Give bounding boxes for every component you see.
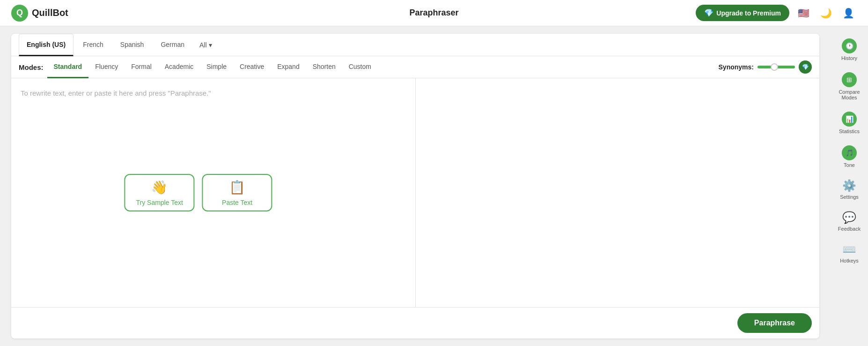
upgrade-button[interactable]: 💎 Upgrade to Premium — [696, 5, 789, 21]
sidebar-item-compare[interactable]: ⊞ Compare Modes — [832, 68, 866, 105]
tone-icon: 🎵 — [842, 145, 857, 160]
sidebar-hotkeys-label: Hotkeys — [840, 258, 859, 263]
right-sidebar: 🕐 History ⊞ Compare Modes 📊 Statistics 🎵… — [831, 26, 868, 346]
synonyms-control: Synonyms: 💎 — [719, 60, 812, 74]
tone-icon-wrap: 🎵 — [842, 145, 857, 160]
sidebar-history-label: History — [841, 55, 857, 61]
sidebar-item-statistics[interactable]: 📊 Statistics — [832, 107, 866, 139]
hotkeys-icon: ⌨️ — [842, 243, 856, 256]
paraphraser-card: English (US) French Spanish German All ▾… — [11, 34, 819, 338]
statistics-icon: 📊 — [842, 112, 857, 127]
mode-tabs: Modes: Standard Fluency Formal Academic … — [11, 56, 819, 78]
mode-shorten[interactable]: Shorten — [306, 56, 342, 78]
mode-fluency[interactable]: Fluency — [88, 56, 125, 78]
logo-area: Q QuillBot — [11, 5, 68, 22]
lang-all-dropdown[interactable]: All ▾ — [194, 38, 218, 53]
mode-simple[interactable]: Simple — [200, 56, 233, 78]
upgrade-label: Upgrade to Premium — [716, 9, 781, 17]
settings-icon: ⚙️ — [842, 179, 856, 192]
sidebar-settings-label: Settings — [840, 194, 859, 200]
lang-tab-spanish[interactable]: Spanish — [113, 34, 152, 56]
synonyms-label: Synonyms: — [719, 63, 754, 71]
history-icon-wrap: 🕐 — [842, 38, 857, 53]
sidebar-compare-label: Compare Modes — [836, 89, 862, 100]
modes-label: Modes: — [19, 57, 44, 78]
mode-academic[interactable]: Academic — [158, 56, 200, 78]
compare-modes-icon: ⊞ — [842, 72, 857, 87]
clipboard-icon: 📋 — [229, 180, 245, 195]
wave-icon: 👋 — [151, 180, 168, 195]
chevron-down-icon: ▾ — [209, 41, 212, 49]
sidebar-statistics-label: Statistics — [839, 128, 860, 134]
history-icon: 🕐 — [842, 38, 857, 53]
try-sample-button[interactable]: 👋 Try Sample Text — [125, 174, 195, 211]
sidebar-item-feedback[interactable]: 💬 Feedback — [832, 206, 866, 236]
lang-tab-english[interactable]: English (US) — [19, 34, 74, 56]
synonyms-max-icon: 💎 — [799, 60, 812, 74]
all-label: All — [199, 41, 207, 49]
mode-standard[interactable]: Standard — [47, 56, 89, 78]
action-buttons: 👋 Try Sample Text 📋 Paste Text — [125, 174, 272, 211]
lang-tab-german[interactable]: German — [153, 34, 192, 56]
statistics-icon-wrap: 📊 — [842, 112, 857, 127]
sidebar-item-settings[interactable]: ⚙️ Settings — [832, 174, 866, 204]
paste-text-button[interactable]: 📋 Paste Text — [202, 174, 272, 211]
editor-area: To rewrite text, enter or paste it here … — [11, 78, 819, 307]
logo-text: QuillBot — [32, 8, 68, 18]
sidebar-feedback-label: Feedback — [838, 226, 861, 232]
input-panel: To rewrite text, enter or paste it here … — [11, 78, 416, 307]
lang-tab-french[interactable]: French — [75, 34, 111, 56]
mode-creative[interactable]: Creative — [233, 56, 271, 78]
synonyms-thumb — [771, 63, 778, 71]
flag-icon-button[interactable]: 🇺🇸 — [795, 5, 812, 22]
sidebar-item-history[interactable]: 🕐 History — [832, 34, 866, 66]
compare-icon-wrap: ⊞ — [842, 72, 857, 87]
synonyms-slider[interactable] — [758, 66, 795, 68]
mode-custom[interactable]: Custom — [342, 56, 378, 78]
profile-button[interactable]: 👤 — [840, 5, 857, 22]
language-tabs: English (US) French Spanish German All ▾ — [11, 34, 819, 56]
input-placeholder: To rewrite text, enter or paste it here … — [21, 88, 406, 99]
feedback-icon: 💬 — [842, 211, 856, 224]
diamond-icon: 💎 — [704, 8, 714, 17]
page-title: Paraphraser — [409, 8, 458, 18]
sidebar-tone-label: Tone — [844, 162, 855, 168]
sidebar-item-tone[interactable]: 🎵 Tone — [832, 141, 866, 173]
sidebar-item-hotkeys[interactable]: ⌨️ Hotkeys — [832, 238, 866, 268]
quillbot-logo-icon: Q — [11, 5, 28, 22]
mode-formal[interactable]: Formal — [125, 56, 158, 78]
content-area: English (US) French Spanish German All ▾… — [0, 26, 831, 346]
header-right: 💎 Upgrade to Premium 🇺🇸 🌙 👤 — [696, 5, 857, 22]
dark-mode-button[interactable]: 🌙 — [817, 5, 834, 22]
paraphrase-bar: Paraphrase — [11, 307, 819, 338]
output-panel — [416, 78, 820, 307]
main-layout: English (US) French Spanish German All ▾… — [0, 26, 868, 346]
paste-btn-label: Paste Text — [222, 199, 252, 206]
header: Q QuillBot Paraphraser 💎 Upgrade to Prem… — [0, 0, 868, 26]
mode-expand[interactable]: Expand — [271, 56, 306, 78]
sample-btn-label: Try Sample Text — [136, 199, 183, 206]
paraphrase-button[interactable]: Paraphrase — [737, 313, 812, 333]
